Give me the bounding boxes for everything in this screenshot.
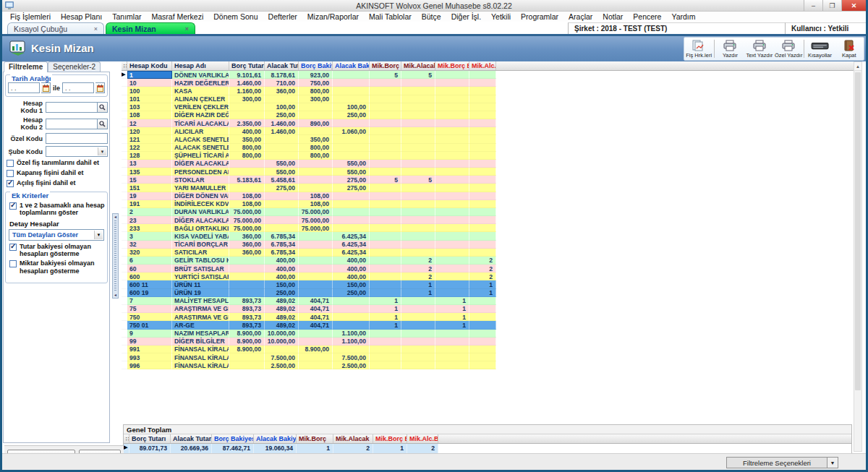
cell-value[interactable] (370, 273, 401, 280)
cell-hesap-adi[interactable]: DİĞER HAZIR DEĞERLER (172, 111, 229, 119)
cell-hesap-adi[interactable]: BAĞLI ORTAKLIKLARDAN A (172, 224, 229, 232)
cell-value[interactable] (401, 353, 435, 361)
total-header-mik-alacak[interactable]: Mik.Alacak (333, 434, 373, 443)
close-icon[interactable]: ✕ (841, 0, 866, 11)
table-row[interactable]: 108DİĞER HAZIR DEĞERLER250,00250,00 (122, 111, 856, 119)
cell-value[interactable]: 923,00 (299, 71, 333, 79)
cell-value[interactable]: 1.460,00 (265, 127, 299, 135)
cell-value[interactable] (333, 216, 370, 224)
cell-value[interactable]: 6.785,34 (265, 249, 299, 257)
cell-value[interactable]: 75.000,00 (229, 224, 265, 232)
cell-value[interactable]: 75.000,00 (299, 208, 333, 216)
cell-value[interactable] (299, 232, 333, 240)
cell-value[interactable] (370, 119, 401, 127)
cell-hesap-kodu[interactable]: 103 (127, 103, 172, 111)
table-row[interactable]: 600 11ÜRÜN 11150,00150,0011 (122, 280, 856, 288)
kapat-button[interactable]: Kapat (835, 38, 864, 60)
cell-value[interactable] (333, 313, 370, 321)
cell-hesap-adi[interactable]: ÜRÜN 19 (172, 289, 229, 297)
cell-value[interactable]: 710,00 (265, 79, 299, 87)
cell-value[interactable] (469, 87, 496, 95)
table-row[interactable]: 23DİĞER ALACAKLAR ( U.V )75.000,0075.000… (122, 216, 856, 224)
checkbox-kapanis-fisi[interactable]: Kapanış fişini dahil et (7, 169, 108, 177)
menu-item[interactable]: Mizan/Raporlar (302, 12, 364, 21)
cell-hesap-kodu[interactable]: 1 (127, 71, 172, 79)
menu-item[interactable]: Diğer İşl. (446, 12, 486, 21)
cell-value[interactable]: 6.785,34 (265, 241, 299, 249)
cell-value[interactable] (299, 361, 333, 369)
cell-value[interactable]: 108,00 (299, 192, 333, 200)
cell-value[interactable] (469, 127, 496, 135)
cell-hesap-adi[interactable]: ŞÜPHELİ TİCARİ ALACAKLA (172, 152, 229, 160)
cell-hesap-kodu[interactable]: 13 (127, 160, 172, 168)
cell-hesap-kodu[interactable]: 233 (127, 224, 172, 232)
cell-value[interactable] (370, 361, 401, 369)
cell-value[interactable] (299, 168, 333, 176)
cell-value[interactable]: 404,71 (299, 313, 333, 321)
cell-hesap-kodu[interactable]: 750 01 (127, 321, 172, 329)
detay-hesaplar-select[interactable]: Tüm Detayları Göster ▼ (9, 229, 104, 241)
table-row[interactable]: 19DİĞER DÖNEN VARLIKLAR108,00108,00 (122, 192, 856, 200)
cell-hesap-kodu[interactable]: 15 (127, 176, 172, 184)
cell-hesap-kodu[interactable]: 108 (127, 111, 172, 119)
cell-value[interactable]: 893,73 (229, 305, 265, 313)
column-header-mik-borc[interactable]: Mik.Borç (370, 61, 401, 70)
menu-item[interactable]: Bütçe (417, 12, 446, 21)
cell-value[interactable] (469, 160, 496, 168)
cell-value[interactable] (435, 289, 469, 297)
cell-hesap-kodu[interactable]: 23 (127, 216, 172, 224)
table-row[interactable]: 233BAĞLI ORTAKLIKLARDAN A75.000,0075.000… (122, 224, 856, 232)
cell-value[interactable] (229, 280, 265, 288)
cell-value[interactable] (229, 361, 265, 369)
table-row[interactable]: 128ŞÜPHELİ TİCARİ ALACAKLA800,00800,00 (122, 152, 856, 160)
vertical-scrollbar[interactable]: ▲ (854, 61, 862, 452)
cell-hesap-adi[interactable]: VERİLEN ÇEKLER VE ÖDEME (172, 103, 229, 111)
yazdir-button[interactable]: Yazdır (715, 38, 744, 60)
cell-value[interactable] (333, 95, 370, 103)
cell-value[interactable]: 489,02 (265, 305, 299, 313)
cell-value[interactable]: 1 (435, 321, 469, 329)
cell-value[interactable]: 275,00 (333, 184, 370, 192)
cell-value[interactable] (299, 111, 333, 119)
cell-value[interactable] (435, 103, 469, 111)
cell-hesap-kodu[interactable]: 120 (127, 127, 172, 135)
cell-value[interactable] (401, 95, 435, 103)
cell-value[interactable]: 6.425,34 (333, 249, 370, 257)
filtreleme-secenekleri-button[interactable]: Filtreleme Seçenekleri ▼ (726, 457, 838, 468)
column-header-borc-bakiyesi[interactable]: Borç Bakiyesi (299, 61, 333, 70)
cell-value[interactable] (469, 216, 496, 224)
cell-hesap-adi[interactable]: ALACAK SENETLERİ REESKO (172, 144, 229, 152)
cell-value[interactable] (370, 257, 401, 265)
cell-value[interactable]: 250,00 (333, 289, 370, 297)
tab-close-icon[interactable]: × (185, 25, 189, 33)
cell-hesap-adi[interactable]: MALİYET HESAPLARI ( 7 / A (172, 297, 229, 305)
cell-value[interactable]: 2 (469, 265, 496, 273)
cell-value[interactable] (265, 216, 299, 224)
cell-hesap-kodu[interactable]: 60 (127, 265, 172, 273)
cell-hesap-kodu[interactable]: 101 (127, 95, 172, 103)
cell-value[interactable] (469, 95, 496, 103)
menu-item[interactable]: Yardım (666, 12, 700, 21)
cell-value[interactable]: 6.785,34 (265, 232, 299, 240)
cell-value[interactable] (435, 71, 469, 79)
checkbox[interactable] (9, 244, 17, 251)
cell-hesap-kodu[interactable]: 991 (127, 346, 172, 353)
cell-hesap-kodu[interactable]: 151 (127, 184, 172, 192)
cell-value[interactable] (299, 338, 333, 346)
cell-value[interactable]: 2 (401, 265, 435, 273)
cell-value[interactable]: 108,00 (229, 200, 265, 208)
cell-hesap-kodu[interactable]: 135 (127, 168, 172, 176)
checkbox[interactable] (7, 160, 14, 167)
table-row[interactable]: 7MALİYET HESAPLARI ( 7 / A893,73489,0240… (122, 297, 856, 305)
cell-value[interactable]: 400,00 (265, 265, 299, 273)
cell-value[interactable]: 360,00 (229, 232, 265, 240)
cell-value[interactable] (469, 111, 496, 119)
cell-value[interactable] (469, 297, 496, 305)
cell-value[interactable] (401, 168, 435, 176)
cell-value[interactable] (265, 152, 299, 160)
cell-value[interactable] (299, 353, 333, 361)
table-row[interactable]: 9NAZIM HESAPLARI8.900,0010.000,001.100,0… (122, 330, 856, 338)
cell-value[interactable] (401, 338, 435, 346)
cell-value[interactable]: 360,00 (229, 249, 265, 257)
cell-value[interactable] (299, 184, 333, 192)
